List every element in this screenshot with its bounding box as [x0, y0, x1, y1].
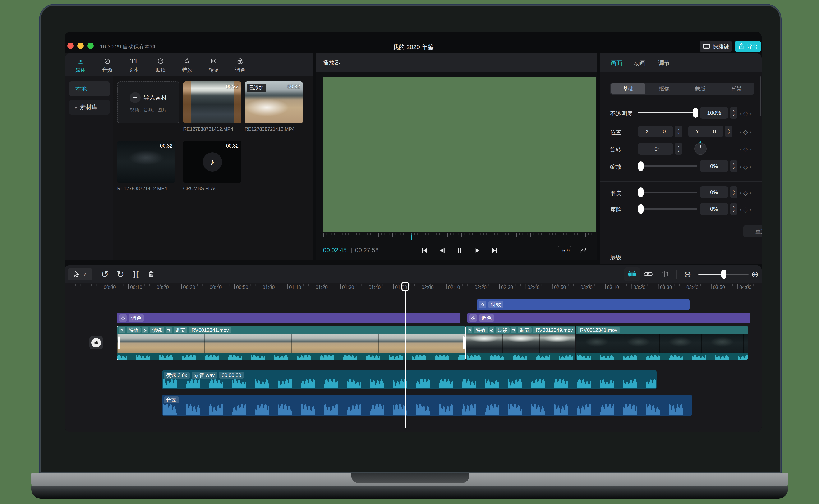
redo-button[interactable]: ↻	[115, 268, 126, 280]
scale-value[interactable]: 0%	[700, 160, 728, 172]
rotate-stepper[interactable]: ∧∨	[675, 143, 682, 155]
main-track-magnet-toggle[interactable]	[624, 267, 640, 281]
skip-to-end-button[interactable]	[489, 245, 500, 256]
reset-button[interactable]: 重置	[743, 225, 762, 237]
next-frame-button[interactable]	[472, 245, 483, 256]
clip-badge-adjust: 调节	[173, 327, 187, 333]
position-x-stepper[interactable]: ∧∨	[675, 126, 682, 137]
pause-button[interactable]	[454, 245, 465, 256]
video-preview[interactable]	[323, 77, 596, 232]
timeline-zoom-knob[interactable]	[721, 270, 726, 279]
player-seek-ruler[interactable]	[323, 233, 596, 241]
import-media-button[interactable]: + 导入素材 视频、音频、图片	[117, 81, 179, 123]
select-tool-button[interactable]: ∨	[68, 268, 92, 280]
ruler-time-label: 03:50	[713, 285, 725, 290]
tab-transitions[interactable]: 转场	[203, 56, 224, 75]
import-label: 导入素材	[143, 94, 167, 102]
preview-split-icon[interactable]	[659, 268, 671, 280]
tab-text[interactable]: TI 文本	[123, 56, 145, 75]
rotation-knob-indicator	[700, 141, 702, 143]
clip-trim-handle-left[interactable]	[118, 336, 120, 349]
opacity-slider-knob[interactable]	[693, 108, 698, 118]
slim-face-keyframe[interactable]: ‹◇›	[740, 206, 751, 213]
undo-button[interactable]: ↺	[99, 268, 111, 280]
rotate-keyframe[interactable]: ‹◇›	[740, 146, 751, 153]
zoom-out-icon[interactable]: ⊖	[682, 268, 693, 280]
stepper-down-icon: ∨	[677, 149, 680, 152]
tab-sticker[interactable]: 贴纸	[150, 56, 171, 75]
sidebar-item-local[interactable]: 本地	[69, 81, 110, 96]
tab-media[interactable]: 媒体	[70, 56, 91, 75]
next-keyframe-icon: ›	[750, 129, 751, 135]
delete-button[interactable]	[145, 268, 157, 280]
video-clip-1[interactable]: 特效 滤镜 调节 RV0012341.mov	[117, 326, 466, 360]
effect-track-clip[interactable]: 特效	[477, 299, 690, 310]
ruler-time-label: 02:10	[448, 285, 460, 290]
tab-picture[interactable]: 画面	[611, 59, 622, 67]
opacity-stepper[interactable]: ∧∨	[730, 107, 737, 119]
clip-header: RV0012341.mov	[576, 326, 748, 334]
slim-face-value[interactable]: 0%	[700, 203, 728, 215]
audio-clip-recording[interactable]: 变速 2.0x 录音.wav 00:00:00	[162, 370, 657, 389]
subtab-chroma[interactable]: 抠像	[647, 83, 682, 94]
aspect-ratio-button[interactable]: 16:9	[558, 246, 572, 255]
media-item-audio[interactable]: 00:32 ♪	[183, 141, 241, 183]
timeline-ruler[interactable]: 00:0000:1000:2000:3000:4000:5001:0001:10…	[65, 283, 762, 292]
opacity-keyframe[interactable]: ‹◇›	[740, 110, 751, 117]
tab-animation[interactable]: 动画	[634, 59, 646, 67]
slim-face-stepper[interactable]: ∧∨	[730, 203, 737, 215]
subtab-background[interactable]: 背景	[719, 83, 754, 94]
color-track-clip-2[interactable]: 调色	[467, 313, 750, 323]
position-keyframe[interactable]: ‹◇›	[740, 128, 751, 136]
divider	[97, 270, 97, 279]
slim-face-slider-knob[interactable]	[638, 204, 644, 214]
scale-slider-knob[interactable]	[638, 161, 644, 171]
playhead-handle[interactable]	[401, 282, 409, 291]
clip-trim-handle-right[interactable]	[463, 336, 465, 349]
track-mute-button[interactable]	[89, 336, 103, 349]
tab-adjust[interactable]: 调节	[658, 59, 670, 67]
video-clip-3[interactable]: RV0012341.mov	[576, 326, 748, 360]
color-track-clip-1[interactable]: 调色	[117, 313, 461, 323]
opacity-value[interactable]: 100%	[700, 107, 728, 119]
smooth-skin-stepper[interactable]: ∧∨	[730, 186, 737, 198]
position-x-field[interactable]: X0	[638, 126, 673, 137]
effects-star-icon	[468, 327, 472, 333]
position-y-stepper[interactable]: ∧∨	[725, 126, 732, 137]
scale-stepper[interactable]: ∧∨	[730, 160, 737, 172]
tab-audio[interactable]: 音频	[96, 56, 118, 75]
smooth-skin-slider[interactable]	[638, 192, 697, 193]
link-clips-icon[interactable]	[642, 268, 654, 280]
video-clip-2[interactable]: 特效 滤镜 调节 RV0012349.mov	[466, 326, 576, 360]
media-item-video-1[interactable]: 00:32	[183, 81, 241, 123]
ruler-time-label: 02:40	[528, 285, 540, 290]
smooth-skin-slider-knob[interactable]	[638, 187, 644, 197]
scale-keyframe[interactable]: ‹◇›	[740, 163, 751, 170]
tab-color[interactable]: 调色	[229, 56, 251, 75]
smooth-skin-keyframe[interactable]: ‹◇›	[740, 189, 751, 196]
fullscreen-icon[interactable]	[578, 246, 588, 256]
zoom-in-icon[interactable]: ⊕	[749, 268, 761, 280]
media-item-video-2[interactable]: 已添加 00:32	[245, 81, 303, 123]
media-item-video-3[interactable]: 00:32	[117, 141, 175, 183]
opacity-slider[interactable]	[638, 112, 697, 113]
rotation-knob[interactable]	[694, 143, 707, 155]
rotate-value[interactable]: +0°	[638, 143, 673, 155]
audio-clip-sfx[interactable]: 音效	[162, 395, 692, 416]
smooth-skin-value[interactable]: 0%	[700, 186, 728, 198]
skip-to-start-button[interactable]	[419, 245, 430, 256]
tab-effects[interactable]: 特效	[176, 56, 198, 75]
sidebar-item-library[interactable]: ▸ 素材库	[69, 100, 110, 115]
scrollbar[interactable]	[760, 76, 761, 116]
export-button[interactable]: 导出	[735, 41, 761, 52]
subtab-basic[interactable]: 基础	[611, 83, 646, 94]
subtab-basic-label: 基础	[623, 85, 634, 92]
subtab-mask[interactable]: 蒙版	[683, 83, 718, 94]
scale-slider[interactable]	[638, 165, 697, 167]
shortcut-button[interactable]: 快捷键	[700, 41, 732, 52]
timeline-zoom-slider[interactable]	[698, 274, 749, 275]
split-clip-button[interactable]: ][	[130, 268, 142, 280]
previous-frame-button[interactable]	[437, 245, 448, 256]
slim-face-slider[interactable]	[638, 208, 697, 210]
position-y-field[interactable]: Y0	[688, 126, 723, 137]
